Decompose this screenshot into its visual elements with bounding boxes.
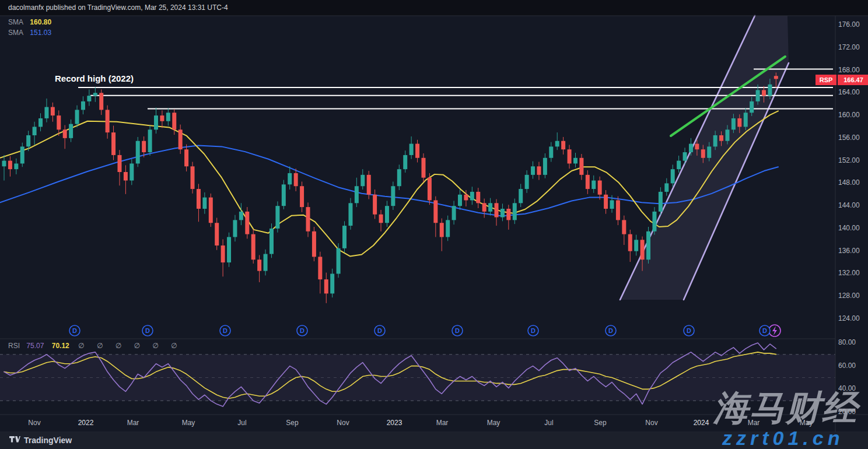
candle-body: [646, 231, 650, 259]
candle-body: [136, 141, 140, 164]
candle-body: [592, 181, 596, 190]
candle-body: [324, 279, 328, 293]
dividend-marker-letter: D: [145, 327, 150, 334]
candle-body: [501, 209, 505, 218]
candle-body: [421, 158, 425, 178]
dividend-marker-letter: D: [531, 327, 536, 334]
chart-area[interactable]: DDDDDDDDDD: [0, 0, 868, 449]
time-axis-label: 2022: [78, 419, 94, 427]
candle-body: [270, 229, 274, 254]
rsi-axis-label: 80.00: [838, 338, 856, 346]
sma-slow-legend[interactable]: SMA 151.03: [8, 29, 51, 37]
rsi-axis-label: 40.00: [838, 384, 856, 392]
sma-fast-label: SMA: [8, 18, 23, 26]
price-axis-label: 172.00: [838, 43, 860, 51]
candle-body: [744, 113, 748, 127]
candle-body: [664, 183, 668, 192]
rsi-legend[interactable]: RSI 75.07 70.12 ∅ ∅ ∅ ∅ ∅ ∅: [8, 342, 183, 350]
candle-body: [762, 90, 766, 96]
candle-body: [525, 175, 529, 189]
candle-body: [251, 234, 256, 260]
candle-body: [300, 186, 304, 207]
candle-body: [598, 181, 602, 195]
price-axis-label: 156.00: [838, 134, 860, 142]
candle-body: [233, 220, 237, 237]
candle-body: [81, 101, 85, 110]
candle-body: [342, 226, 346, 248]
symbol-badge: RSP: [816, 75, 836, 85]
rsi-axis-label: 20.00: [838, 408, 856, 416]
candle-body: [106, 110, 110, 132]
dividend-marker-letter: D: [608, 327, 613, 334]
candle-body: [330, 273, 334, 293]
candle-body: [367, 175, 371, 195]
tradingview-logo[interactable]: TradingView: [9, 436, 72, 445]
candle-body: [513, 203, 517, 220]
candle-body: [130, 163, 134, 180]
sma-slow-label: SMA: [8, 29, 23, 37]
candle-body: [348, 203, 352, 226]
candle-body: [495, 203, 499, 217]
candle-body: [44, 107, 48, 118]
price-axis-label: 144.00: [838, 201, 860, 209]
candle-body: [275, 206, 279, 229]
candle-body: [452, 206, 456, 220]
candle-body: [184, 149, 188, 166]
chart-canvas: DDDDDDDDDD: [0, 0, 868, 449]
candle-body: [634, 240, 638, 251]
candle-body: [610, 200, 614, 209]
dividend-marker-letter: D: [72, 327, 77, 334]
candle-body: [683, 152, 687, 161]
time-axis-label: May: [487, 419, 501, 427]
candle-body: [312, 231, 316, 257]
candle-body: [69, 124, 73, 138]
candle-body: [537, 166, 541, 175]
tradingview-chart-screenshot: dacolmanfx published on TradingView.com,…: [0, 0, 868, 449]
sma-fast-legend[interactable]: SMA 160.80: [8, 18, 51, 26]
rsi-axis-label: 60.00: [838, 362, 856, 370]
candle-body: [415, 144, 419, 158]
candle-body: [227, 237, 231, 262]
dividend-marker-letter: D: [377, 327, 382, 334]
dividend-marker-letter: D: [762, 327, 767, 334]
time-axis-label: Mar: [436, 419, 449, 427]
rsi-ma-value: 70.12: [52, 342, 69, 350]
candle-body: [209, 198, 213, 223]
candle-body: [191, 166, 195, 189]
candle-body: [750, 101, 754, 113]
candle-body: [57, 115, 61, 129]
sma-fast-value: 160.80: [30, 18, 51, 26]
candle-body: [288, 173, 292, 184]
price-axis-label: 140.00: [838, 224, 860, 232]
candle-body: [117, 155, 121, 172]
time-axis-label: Jul: [237, 419, 246, 427]
candle-body: [543, 158, 547, 175]
candle-body: [318, 257, 322, 279]
candle-body: [616, 200, 620, 220]
candle-body: [756, 90, 760, 101]
candle-body: [373, 195, 377, 215]
candle-body: [410, 144, 414, 155]
candle-body: [555, 141, 559, 147]
tradingview-logo-icon: [9, 436, 20, 445]
candle-body: [397, 169, 401, 186]
candle-body: [476, 192, 480, 203]
time-axis-label: May: [182, 419, 195, 427]
candle-body: [519, 189, 523, 203]
candle-body: [440, 223, 444, 237]
candle-body: [531, 166, 535, 175]
record-high-annotation: Record high (2022): [55, 73, 134, 83]
bottom-toolbar: [0, 432, 868, 449]
price-axis-label: 132.00: [838, 269, 860, 277]
time-axis-label: Sep: [594, 419, 606, 427]
candle-body: [549, 146, 553, 157]
candle-body: [2, 161, 6, 167]
price-axis-label: 168.00: [838, 66, 860, 74]
price-axis-label: 164.00: [838, 88, 860, 96]
candle-body: [428, 178, 432, 201]
dividend-marker-letter: D: [300, 327, 304, 334]
candle-body: [355, 186, 359, 203]
price-axis-label: 176.00: [838, 20, 860, 29]
candle-body: [154, 115, 158, 129]
candle-body: [337, 248, 341, 274]
